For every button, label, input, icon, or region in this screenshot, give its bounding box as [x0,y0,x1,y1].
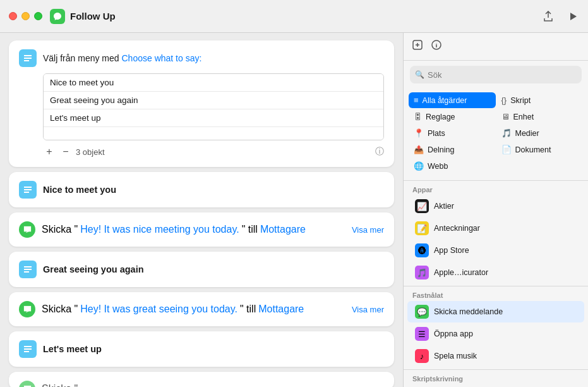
anteckningar-icon: 📝 [415,221,429,235]
menu-item-1[interactable]: Nice to meet you [44,74,383,92]
message-card-3: Skicka " [9,372,394,387]
oppna-app-icon: ☰ [415,327,429,341]
action-anteckningar[interactable]: 📝 Anteckningar [407,218,584,239]
cat-dokument-label: Dokument [515,145,551,154]
label-text-3: Let's meet up [43,344,102,354]
cat-plats[interactable]: 📍 Plats [409,125,496,141]
action-appstore[interactable]: 🅐 App Store [407,240,584,261]
cat-skript[interactable]: {} Skript [496,92,584,108]
divider-1 [404,180,588,181]
action-list: Appar 📈 Aktier 📝 Anteckningar 🅐 App Stor… [404,183,588,387]
main-content: Välj från meny med Choose what to say: N… [0,33,588,387]
msg-recipient-2[interactable]: Mottagare [258,304,304,315]
skicka-meddelande-label: Skicka meddelande [434,307,503,316]
cat-plats-icon: 📍 [414,128,424,138]
skicka-meddelande-icon: 💬 [415,305,429,319]
apple-curator-label: Apple…icurator [434,268,488,277]
info-panel-button[interactable] [430,39,443,54]
cat-medier-label: Medier [515,129,539,138]
cat-skript-label: Skript [510,96,531,105]
msg-suffix-1: " till [242,224,258,235]
anteckningar-label: Anteckningar [434,224,480,233]
cat-medier[interactable]: 🎵 Medier [496,125,584,141]
svg-rect-1 [24,58,32,59]
message-card-2: Skicka " Hey! It was great seeing you to… [9,292,394,326]
msg-more-2[interactable]: Visa mer [352,305,384,314]
cat-enhet[interactable]: 🖥 Enhet [496,109,584,125]
menu-item-3[interactable]: Let's meet up [44,109,383,127]
section-appar: Appar [404,183,588,195]
aktier-label: Aktier [434,202,454,211]
cat-delning[interactable]: 📤 Delning [409,142,496,157]
category-grid: ≡ Alla åtgärder {} Skript 🎛 Reglage 🖥 En… [404,89,588,178]
label-icon-2 [19,261,37,278]
action-apple-curator[interactable]: 🎵 Apple…icurator [407,262,584,283]
message-card-1: Skicka " Hey! It was nice meeting you to… [9,212,394,247]
cat-plats-label: Plats [428,129,445,138]
cat-alla-label: Alla åtgärder [423,96,467,105]
close-button[interactable] [9,12,17,20]
svg-rect-6 [24,266,32,267]
svg-rect-0 [24,55,32,56]
msg-suffix-2: " till [240,304,256,315]
svg-rect-9 [24,346,32,347]
msg-quote-1: Hey! It was nice meeting you today. [80,224,239,235]
section-fastnalat: Fastnålat [404,289,588,300]
appstore-label: App Store [434,246,469,255]
traffic-lights [9,12,42,20]
divider-2 [404,286,588,286]
action-kommentar[interactable]: # Kommentar [407,384,584,387]
cat-medier-icon: 🎵 [501,128,512,138]
apple-curator-icon: 🎵 [415,266,429,280]
choose-menu-icon [19,49,37,67]
action-skicka-meddelande[interactable]: 💬 Skicka meddelande [407,301,584,322]
action-spela-musik[interactable]: ♪ Spela musik [407,345,584,367]
msg-recipient-1[interactable]: Mottagare [260,224,306,235]
cat-alla[interactable]: ≡ Alla åtgärder [409,92,496,108]
menu-item-2[interactable]: Great seeing you again [44,92,383,109]
play-button[interactable] [567,10,579,23]
svg-rect-11 [24,351,29,352]
app-icon [50,9,65,24]
message-text-2: Skicka " Hey! It was great seeing you to… [42,304,384,315]
cat-dokument[interactable]: 📄 Dokument [496,142,584,157]
msg-more-1[interactable]: Visa mer [352,225,384,235]
share-button[interactable] [541,9,555,23]
info-icon[interactable]: ⓘ [375,146,384,157]
cat-enhet-label: Enhet [513,113,534,121]
cat-alla-icon: ≡ [414,95,419,105]
svg-rect-3 [24,187,32,188]
add-item-button[interactable]: + [43,145,56,158]
label-card-3: Let's meet up [9,331,394,367]
search-icon: 🔍 [415,70,424,79]
spela-musik-label: Spela musik [434,352,477,360]
add-action-button[interactable] [411,39,424,54]
cat-webb-icon: 🌐 [414,161,424,171]
svg-rect-7 [24,269,32,270]
search-input[interactable] [410,66,582,83]
cat-reglage[interactable]: 🎛 Reglage [409,109,496,125]
right-toolbar [404,33,588,61]
maximize-button[interactable] [34,12,42,20]
remove-item-button[interactable]: − [59,145,72,158]
action-oppna-app[interactable]: ☰ Öppna app [407,323,584,345]
msg-quote-2: Hey! It was great seeing you today. [80,304,237,315]
cat-delning-icon: 📤 [414,145,424,154]
card-footer: + − 3 objekt ⓘ [43,145,384,158]
spela-musik-icon: ♪ [415,349,429,363]
choose-menu-link[interactable]: Choose what to say: [122,53,202,63]
divider-3 [404,369,588,370]
message-icon-2 [19,301,35,317]
svg-rect-8 [24,271,29,273]
cat-dokument-icon: 📄 [501,145,512,154]
window-title: Follow Up [70,11,541,22]
cat-webb[interactable]: 🌐 Webb [409,158,496,174]
appstore-icon: 🅐 [415,243,429,257]
cat-reglage-label: Reglage [426,113,455,121]
minimize-button[interactable] [21,12,30,20]
message-icon-1 [19,221,35,238]
titlebar: Follow Up [0,0,588,33]
choose-menu-header: Välj från meny med Choose what to say: [19,49,384,67]
message-text-1: Skicka " Hey! It was nice meeting you to… [42,224,384,235]
action-aktier[interactable]: 📈 Aktier [407,195,584,217]
